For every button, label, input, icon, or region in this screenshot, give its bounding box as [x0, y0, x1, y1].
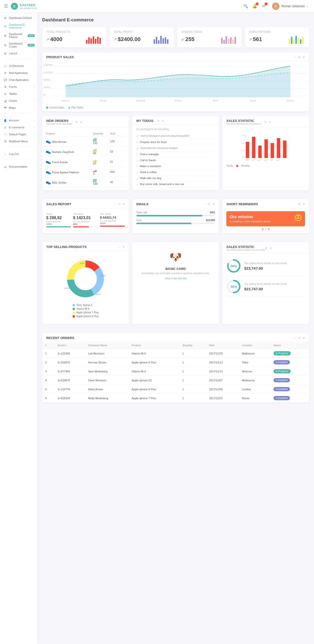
basic-card: 🐶 BASIC CARD Knowledge may estimable que… [132, 242, 219, 324]
docs-icon: 📖 [3, 165, 7, 168]
sidebar-item-dashboard-fitness[interactable]: ⊞ Dashboard Fitness NEW [0, 31, 37, 40]
svg-rect-15 [223, 40, 225, 44]
svg-text:Mon: Mon [62, 100, 70, 102]
sidebar-item-logout[interactable]: → Log Out [0, 150, 37, 158]
reminders-body: Our mission is creating a chain of jewel… [222, 208, 309, 233]
sidebar-item-default-pages[interactable]: 📄 Default Pages › [0, 131, 37, 138]
recent-orders-table: # Invoice Customer Name Product Quantity… [42, 342, 309, 403]
todos-card: MY TODOS − ↻ ✕ Do not forget to do every… [132, 116, 219, 190]
svg-rect-9 [158, 40, 159, 44]
sidebar-item-charts[interactable]: 📊 Charts › [0, 97, 37, 104]
sidebar-item-tables[interactable]: ⊟ Tables › [0, 90, 37, 97]
close-icon[interactable]: ✕ [123, 245, 125, 249]
refresh-icon[interactable]: ↻ [208, 202, 210, 206]
settings-icon[interactable]: ⚙ [298, 202, 301, 206]
arrow-icon: › [34, 126, 35, 128]
close-icon[interactable]: ✕ [303, 56, 305, 59]
refresh-icon[interactable]: ↻ [76, 120, 78, 124]
stat-arrow-profit: ↗ [114, 37, 117, 41]
sales-statistic-body: 4000 3000 2000 1000 Feb Apr [222, 127, 309, 170]
close-icon[interactable]: ✕ [303, 336, 305, 340]
svg-text:400: 400 [43, 86, 50, 88]
sidebar-item-docs[interactable]: 📖 Documentation [0, 163, 37, 170]
sales-stat2-title: SALES STATISTIC [226, 245, 265, 249]
notification-icon[interactable]: 🔔 3 [252, 4, 258, 9]
sidebar-item-mail[interactable]: ✉ Mail Application [0, 70, 37, 76]
close-icon[interactable]: ✕ [162, 119, 164, 123]
close-icon[interactable]: ✕ [303, 202, 305, 206]
donut-chart: 8454 12903 15452 13422 [63, 256, 108, 301]
svg-text:2000: 2000 [241, 150, 246, 152]
todo-check-icon: ✓ [136, 134, 139, 138]
dashboard-crypto-icon: ⊞ [3, 43, 7, 47]
search-icon[interactable]: 🔍 [243, 4, 249, 9]
sidebar-item-dashboard-crypto[interactable]: ⊞ Dashboard Crypto NEW [0, 40, 37, 50]
minimize-icon[interactable]: − [294, 336, 296, 340]
sidebar-item-account[interactable]: 👤 Account › [0, 117, 37, 124]
settings-icon[interactable]: ⚙ [298, 56, 301, 59]
user-menu[interactable]: R Roman Johanson ▾ [270, 2, 310, 11]
sidebar-item-forms[interactable]: ☰ Forms › [0, 83, 37, 90]
minimize-icon[interactable]: − [114, 202, 116, 206]
reminders-header: SHORT REMINDERS ⚙ ✕ [222, 199, 309, 208]
svg-text:Sun: Sun [287, 100, 294, 102]
refresh-icon[interactable]: ↻ [157, 119, 160, 123]
minimize-icon[interactable]: − [261, 120, 262, 124]
svg-text:Thu: Thu [174, 100, 182, 102]
sidebar-item-dashboard-ecommerce[interactable]: ⊞ Dashboard E-commerce [0, 22, 37, 31]
svg-rect-21 [289, 39, 290, 44]
menu-button[interactable]: ☰ [4, 4, 8, 9]
svg-rect-23 [293, 40, 295, 44]
new-orders-title: NEW ORDERS [46, 119, 72, 123]
mini-chart-products [85, 35, 102, 44]
minimize-icon[interactable]: − [154, 119, 155, 123]
refresh-icon[interactable]: ↻ [118, 202, 121, 206]
sidebar-item-maps[interactable]: 🗺 Maps › [0, 104, 37, 111]
settings-icon[interactable]: ⚙ [265, 246, 268, 250]
three-col-section: NEW ORDERS Top sales of the last week − … [42, 116, 309, 195]
svg-rect-58 [277, 138, 281, 158]
stat-arrow-orders: ↙ [181, 37, 184, 41]
svg-rect-4 [95, 39, 96, 44]
todo-check-icon: ○ [136, 141, 138, 144]
recent-orders-card: RECENT ORDERS − ↻ ✕ # Invoice Customer N… [42, 333, 309, 403]
arrow-icon: › [34, 133, 35, 136]
sidebar-item-ui-elements[interactable]: ◻ UI Elements › [0, 62, 37, 70]
sidebar-group-account: 👤 Account › 🛒 E-commerce › 📄 Default Pag… [0, 115, 37, 145]
close-icon[interactable]: ✕ [212, 202, 215, 206]
tables-icon: ⊟ [3, 92, 7, 96]
logout-icon: → [3, 152, 7, 156]
refresh-icon[interactable]: ↻ [264, 120, 267, 124]
svg-text:Sat: Sat [250, 100, 256, 102]
minimize-icon[interactable]: − [204, 202, 206, 206]
close-icon[interactable]: ✕ [80, 120, 82, 124]
sidebar-item-multilevel[interactable]: ☰ Multilevel Menu › [0, 138, 37, 145]
sidebar-item-layout[interactable]: ⊞ Layout › [0, 50, 37, 57]
svg-text:1600: 1600 [43, 64, 53, 66]
basic-card-link[interactable]: View in the item list [165, 277, 186, 280]
refresh-icon[interactable]: ↻ [298, 336, 301, 340]
table-row: 1 In-123356 Lok Morisson Xiaomi Mi 6 1 2… [42, 349, 309, 358]
minimize-icon[interactable]: − [294, 56, 296, 59]
sidebar-item-dashboard-default[interactable]: ⊞ Dashboard Default › [0, 14, 37, 22]
reminder-title: Our mission [230, 215, 302, 219]
close-icon[interactable]: ✕ [270, 246, 272, 250]
svg-text:Wed: Wed [136, 100, 145, 102]
minimize-icon[interactable]: − [72, 120, 74, 124]
status-badge: Completed [274, 387, 290, 391]
svg-text:12903: 12903 [100, 274, 106, 277]
layout-icon: ⊞ [3, 52, 7, 55]
reminder-dots [226, 228, 305, 230]
close-icon[interactable]: ✕ [269, 120, 271, 124]
minimize-icon[interactable]: − [119, 245, 121, 249]
arrow-icon: › [34, 100, 35, 102]
col-product: Product [129, 342, 179, 349]
todo-text: Walk with my dog [140, 176, 161, 180]
close-icon[interactable]: ✕ [123, 202, 125, 206]
stat-cards: TOTAL PRODUCTS ↗ 4000 [42, 27, 309, 47]
sidebar-item-chat[interactable]: 💬 Chat Application [0, 76, 37, 83]
svg-rect-2 [90, 38, 92, 44]
sidebar-item-ecommerce[interactable]: 🛒 E-commerce › [0, 124, 37, 131]
messages-icon[interactable]: ✉ 2 [261, 4, 267, 9]
sales-report-header: SALES REPORT − ↻ ✕ [42, 199, 129, 208]
